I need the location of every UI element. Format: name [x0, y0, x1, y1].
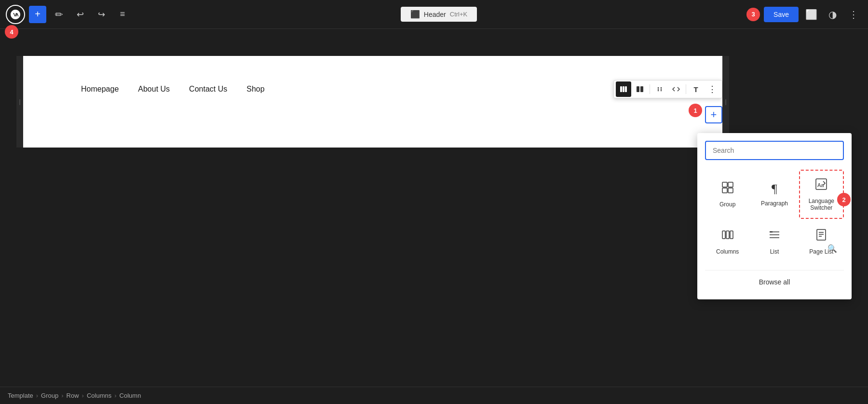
bc-columns[interactable]: Columns: [87, 392, 111, 399]
svg-rect-18: [726, 231, 729, 239]
nav-item-shop[interactable]: Shop: [246, 85, 264, 94]
bc-sep-3: ›: [82, 392, 84, 399]
group-icon: [721, 181, 734, 197]
toolbar-right: 3 Save ⬜ ◑ ⋮: [746, 6, 862, 23]
svg-point-6: [658, 89, 659, 90]
page-list-icon: [814, 228, 828, 244]
inserter-search-wrap: [697, 133, 852, 164]
badge-2: 2: [837, 193, 851, 206]
svg-point-8: [661, 87, 662, 88]
bc-column[interactable]: Column: [120, 392, 141, 399]
details-button[interactable]: ≡: [114, 6, 131, 23]
svg-rect-13: [722, 188, 727, 193]
inserter-item-language-switcher[interactable]: Aa Language Switcher: [799, 170, 844, 219]
bt-text-icon[interactable]: T: [688, 81, 704, 97]
bt-more-icon[interactable]: ⋮: [705, 81, 720, 97]
canvas-area: | Homepage About Us Contact Us Shop | T: [0, 29, 868, 387]
inserter-item-page-list[interactable]: Page List: [799, 221, 844, 262]
redo-button[interactable]: ↪: [93, 6, 110, 23]
svg-point-9: [661, 89, 662, 90]
columns-icon: [721, 228, 734, 244]
block-toolbar: T ⋮: [613, 80, 722, 98]
list-label: List: [770, 248, 779, 255]
bc-sep-4: ›: [114, 392, 116, 399]
view-toggle-button[interactable]: ⬜: [802, 6, 820, 23]
svg-rect-3: [637, 86, 639, 92]
svg-point-7: [658, 90, 659, 91]
add-block-button[interactable]: +: [705, 106, 722, 123]
canvas-white: Homepage About Us Contact Us Shop: [23, 56, 723, 148]
bc-sep-1: ›: [36, 392, 38, 399]
svg-rect-17: [722, 231, 725, 239]
header-icon: ⬛: [410, 10, 420, 19]
bc-template[interactable]: Template: [8, 392, 33, 399]
nav-item-homepage[interactable]: Homepage: [81, 85, 119, 94]
template-indicator[interactable]: ⬛ Header Ctrl+K: [401, 7, 477, 22]
nav-item-about[interactable]: About Us: [138, 85, 170, 94]
bt-drag-icon[interactable]: [652, 81, 667, 97]
badge-3: 3: [746, 8, 760, 21]
main-toolbar: + ✏ ↩ ↪ ≡ ⬛ Header Ctrl+K 3 Save ⬜ ◑ ⋮: [0, 0, 868, 29]
list-icon: [768, 228, 781, 244]
svg-rect-0: [620, 86, 622, 92]
svg-point-10: [661, 90, 662, 91]
bc-row[interactable]: Row: [67, 392, 79, 399]
bt-code-icon[interactable]: [668, 81, 684, 97]
save-button[interactable]: Save: [764, 7, 799, 22]
bt-columns-icon[interactable]: [616, 81, 631, 97]
svg-rect-19: [730, 231, 733, 239]
inserter-item-group[interactable]: Group: [705, 170, 750, 219]
svg-rect-11: [722, 182, 727, 187]
svg-point-5: [658, 87, 659, 88]
bc-group[interactable]: Group: [41, 392, 58, 399]
svg-rect-1: [623, 86, 624, 92]
tools-button[interactable]: ✏: [50, 6, 68, 23]
inserter-divider: [705, 270, 844, 270]
paragraph-icon: ¶: [772, 182, 777, 196]
language-switcher-icon: Aa: [814, 177, 828, 194]
inserter-item-paragraph[interactable]: ¶ Paragraph: [752, 170, 797, 219]
header-title: Header: [424, 11, 446, 18]
bc-sep-2: ›: [61, 392, 63, 399]
search-icon: 🔍: [827, 244, 837, 253]
bt-separator-2: [686, 84, 686, 94]
inserter-item-columns[interactable]: Columns: [705, 221, 750, 262]
nav-item-contact[interactable]: Contact Us: [189, 85, 227, 94]
inserter-item-list[interactable]: List: [752, 221, 797, 262]
block-inserter-popup: 🔍 Group ¶ Paragraph Aa: [697, 133, 852, 299]
undo-button[interactable]: ↩: [71, 6, 89, 23]
wordpress-logo[interactable]: [6, 5, 25, 24]
add-block-toolbar-button[interactable]: +: [29, 6, 46, 23]
breadcrumb: Template › Group › Row › Columns › Colum…: [0, 387, 868, 404]
block-search-input[interactable]: [705, 141, 844, 160]
svg-rect-12: [728, 182, 733, 187]
badge-4: 4: [5, 25, 18, 39]
svg-rect-2: [625, 86, 627, 92]
contrast-button[interactable]: ◑: [824, 6, 841, 23]
browse-all-button[interactable]: Browse all: [697, 272, 852, 292]
options-button[interactable]: ⋮: [845, 6, 862, 23]
language-switcher-label: Language Switcher: [804, 198, 839, 211]
nav-menu: Homepage About Us Contact Us Shop: [81, 85, 265, 94]
badge-1: 1: [689, 104, 702, 117]
svg-rect-4: [640, 86, 643, 92]
shortcut-hint: Ctrl+K: [450, 11, 467, 18]
toolbar-center: ⬛ Header Ctrl+K: [135, 7, 743, 22]
bt-separator-1: [650, 84, 650, 94]
svg-rect-24: [817, 229, 826, 240]
columns-label: Columns: [716, 248, 739, 255]
group-label: Group: [719, 201, 735, 208]
paragraph-label: Paragraph: [761, 200, 788, 207]
bt-two-col-icon[interactable]: [632, 81, 648, 97]
svg-rect-14: [728, 188, 733, 193]
resize-handle-left[interactable]: |: [16, 56, 23, 148]
